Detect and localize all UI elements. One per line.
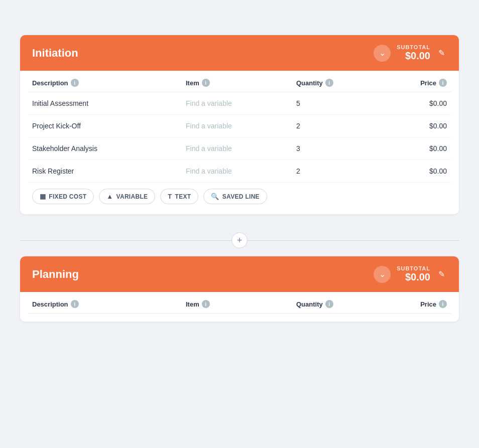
fixed-cost-label: FIXED COST bbox=[49, 193, 86, 200]
action-btn-saved-line[interactable]: 🔍SAVED LINE bbox=[203, 189, 267, 204]
th-quantity: Quantityi bbox=[296, 300, 377, 308]
section-header-planning: Planning⌄SUBTOTAL$0.00✎ bbox=[20, 256, 459, 292]
text-icon: T bbox=[168, 193, 172, 200]
th-item: Itemi bbox=[186, 79, 296, 87]
table-row: Stakeholder AnalysisFind a variable3$0.0… bbox=[28, 137, 451, 160]
subtotal-value-planning: $0.00 bbox=[397, 271, 430, 283]
action-btn-variable[interactable]: ▲VARIABLE bbox=[99, 189, 155, 204]
table-container-planning: DescriptioniItemiQuantityiPricei bbox=[20, 292, 459, 322]
subtotal-label-initiation: SUBTOTAL bbox=[397, 44, 430, 50]
row-item[interactable]: Find a variable bbox=[186, 144, 296, 153]
info-icon-price[interactable]: i bbox=[439, 300, 447, 308]
chevron-btn-planning[interactable]: ⌄ bbox=[374, 266, 391, 283]
table-row: Risk RegisterFind a variable2$0.00 bbox=[28, 160, 451, 183]
table-row: Project Kick-OffFind a variable2$0.00 bbox=[28, 115, 451, 137]
row-price: $0.00 bbox=[377, 144, 447, 153]
row-quantity: 2 bbox=[296, 167, 377, 175]
edit-btn-initiation[interactable]: ✎ bbox=[436, 46, 447, 60]
section-header-initiation: Initiation⌄SUBTOTAL$0.00✎ bbox=[20, 35, 459, 71]
action-btn-text[interactable]: TTEXT bbox=[160, 189, 198, 204]
info-icon-price[interactable]: i bbox=[439, 79, 447, 87]
th-description: Descriptioni bbox=[32, 300, 186, 308]
th-price: Pricei bbox=[377, 79, 447, 87]
row-quantity: 3 bbox=[296, 144, 377, 153]
text-label: TEXT bbox=[175, 193, 191, 200]
table-header-initiation: DescriptioniItemiQuantityiPricei bbox=[28, 71, 451, 92]
info-icon-item[interactable]: i bbox=[202, 300, 210, 308]
info-icon-quantity[interactable]: i bbox=[325, 300, 333, 308]
action-bar-initiation: ▦FIXED COST▲VARIABLETTEXT🔍SAVED LINE bbox=[28, 183, 451, 206]
variable-icon: ▲ bbox=[106, 193, 113, 200]
th-quantity: Quantityi bbox=[296, 79, 377, 87]
add-section-divider: + bbox=[20, 224, 459, 256]
row-price: $0.00 bbox=[377, 99, 447, 107]
variable-label: VARIABLE bbox=[116, 193, 148, 200]
row-description: Risk Register bbox=[32, 167, 186, 175]
row-quantity: 2 bbox=[296, 122, 377, 130]
row-quantity: 5 bbox=[296, 99, 377, 107]
section-card-initiation: Initiation⌄SUBTOTAL$0.00✎DescriptioniIte… bbox=[20, 35, 459, 214]
row-description: Project Kick-Off bbox=[32, 122, 186, 130]
fixed-cost-icon: ▦ bbox=[40, 193, 46, 200]
row-item[interactable]: Find a variable bbox=[186, 99, 296, 107]
row-price: $0.00 bbox=[377, 122, 447, 130]
row-description: Initial Assessment bbox=[32, 99, 186, 107]
add-section-button[interactable]: + bbox=[231, 232, 248, 248]
saved-line-icon: 🔍 bbox=[211, 193, 219, 200]
table-container-initiation: DescriptioniItemiQuantityiPriceiInitial … bbox=[20, 71, 459, 214]
edit-btn-planning[interactable]: ✎ bbox=[436, 267, 447, 281]
info-icon-item[interactable]: i bbox=[202, 79, 210, 87]
subtotal-value-initiation: $0.00 bbox=[397, 50, 430, 62]
row-price: $0.00 bbox=[377, 167, 447, 175]
info-icon-description[interactable]: i bbox=[71, 79, 79, 87]
row-item[interactable]: Find a variable bbox=[186, 122, 296, 130]
table-row: Initial AssessmentFind a variable5$0.00 bbox=[28, 92, 451, 115]
saved-line-label: SAVED LINE bbox=[222, 193, 260, 200]
subtotal-label-planning: SUBTOTAL bbox=[397, 265, 430, 271]
section-title-initiation: Initiation bbox=[32, 47, 78, 60]
th-description: Descriptioni bbox=[32, 79, 186, 87]
section-card-planning: Planning⌄SUBTOTAL$0.00✎DescriptioniItemi… bbox=[20, 256, 459, 322]
info-icon-quantity[interactable]: i bbox=[325, 79, 333, 87]
row-item[interactable]: Find a variable bbox=[186, 167, 296, 175]
section-title-planning: Planning bbox=[32, 268, 79, 281]
row-description: Stakeholder Analysis bbox=[32, 144, 186, 153]
info-icon-description[interactable]: i bbox=[71, 300, 79, 308]
action-btn-fixed-cost[interactable]: ▦FIXED COST bbox=[32, 189, 94, 204]
th-item: Itemi bbox=[186, 300, 296, 308]
chevron-btn-initiation[interactable]: ⌄ bbox=[374, 45, 391, 62]
th-price: Pricei bbox=[377, 300, 447, 308]
table-header-planning: DescriptioniItemiQuantityiPricei bbox=[28, 292, 451, 314]
